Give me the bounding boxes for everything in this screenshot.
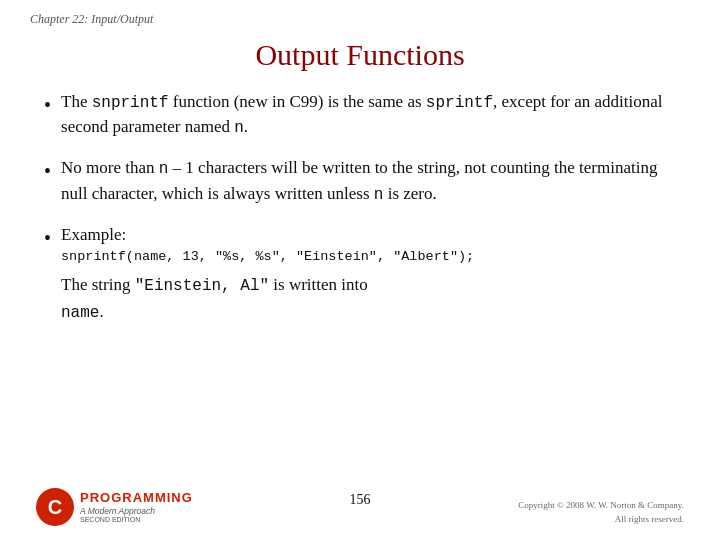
footer-logo: C PROGRAMMING A Modern Approach SECOND E…	[36, 488, 193, 526]
bullet-item-1: • The snprintf function (new in C99) is …	[44, 90, 672, 140]
chapter-header: Chapter 22: Input/Output	[30, 12, 153, 27]
code-n2: n	[159, 160, 169, 178]
bullet-dot-2: •	[44, 157, 51, 186]
code-sprintf: sprintf	[426, 94, 493, 112]
code-snprintf: snprintf	[92, 94, 169, 112]
bullet-text-3: Example: snprintf(name, 13, "%s, %s", "E…	[61, 223, 672, 328]
result-string: "Einstein, Al"	[135, 277, 269, 295]
bullet-item-2: • No more than n – 1 characters will be …	[44, 156, 672, 206]
bullet-text-1: The snprintf function (new in C99) is th…	[61, 90, 672, 140]
result-name: name	[61, 304, 99, 322]
example-label: Example:	[61, 225, 126, 244]
code-n1: n	[234, 119, 244, 137]
page-number: 156	[350, 492, 371, 508]
example-code: snprintf(name, 13, "%s, %s", "Einstein",…	[61, 247, 672, 267]
logo-programming-text: PROGRAMMING	[80, 491, 193, 505]
code-n3: n	[374, 186, 384, 204]
bullet-dot-3: •	[44, 224, 51, 253]
logo-edition-text: SECOND EDITION	[80, 516, 193, 523]
footer: C PROGRAMMING A Modern Approach SECOND E…	[0, 488, 720, 526]
logo-text-block: PROGRAMMING A Modern Approach SECOND EDI…	[80, 491, 193, 522]
logo-c-circle: C	[36, 488, 74, 526]
example-result-name: name.	[61, 300, 672, 325]
logo-subtitle-text: A Modern Approach	[80, 506, 193, 516]
footer-copyright: Copyright © 2008 W. W. Norton & Company.…	[518, 499, 684, 526]
content-area: • The snprintf function (new in C99) is …	[0, 90, 720, 327]
bullet-dot-1: •	[44, 91, 51, 120]
bullet-item-3: • Example: snprintf(name, 13, "%s, %s", …	[44, 223, 672, 328]
bullet-text-2: No more than n – 1 characters will be wr…	[61, 156, 672, 206]
slide-title: Output Functions	[0, 38, 720, 72]
example-result: The string "Einstein, Al" is written int…	[61, 273, 672, 298]
